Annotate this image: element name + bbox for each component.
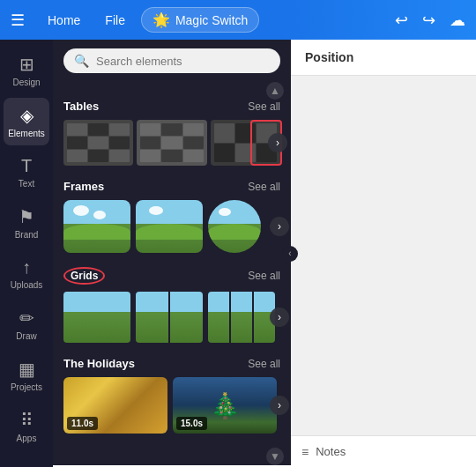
sidebar-label-design: Design (12, 78, 40, 87)
sidebar-item-draw[interactable]: ✏ Draw (4, 300, 49, 348)
tables-see-all[interactable]: See all (248, 100, 280, 113)
grid-cell-2b (170, 292, 203, 343)
position-title: Position (305, 50, 353, 64)
sidebar-label-draw: Draw (16, 331, 36, 341)
tables-header: Tables See all (63, 100, 280, 113)
file-nav-link[interactable]: File (96, 10, 134, 31)
scroll-indicator-top: ▲ (53, 82, 291, 100)
grids-see-all[interactable]: See all (248, 270, 280, 282)
scroll-down-button[interactable]: ▼ (266, 448, 284, 465)
frames-see-all[interactable]: See all (248, 181, 280, 193)
frames-section: Frames See all (63, 180, 280, 253)
sidebar-item-projects[interactable]: ▦ Projects (4, 352, 49, 399)
sidebar-item-text[interactable]: T Text (4, 149, 49, 196)
cloud-save-icon[interactable]: ☁ (450, 11, 465, 30)
frame-thumb-2[interactable] (136, 200, 203, 253)
elements-panel-wrapper: 🔍 ▲ Tables See all (53, 40, 291, 467)
frames-grid: › (63, 200, 280, 253)
frame-landscape-2 (136, 200, 203, 253)
tables-grid: › (63, 120, 280, 166)
uploads-icon: ↑ (22, 257, 31, 278)
table-thumb-2[interactable] (137, 120, 206, 166)
holiday-duration-2: 15.0s (176, 417, 207, 430)
grid-thumb-3[interactable] (208, 292, 275, 343)
grids-title-wrap: Grids (63, 267, 105, 285)
grid-thumb-1[interactable] (63, 292, 130, 343)
sidebar-item-design[interactable]: ⊞ Design (4, 47, 49, 94)
scroll-indicator-bottom: ▼ (53, 448, 291, 465)
frame-thumb-1[interactable] (63, 200, 130, 253)
sidebar-item-uploads[interactable]: ↑ Uploads (4, 250, 49, 297)
position-header: Position (291, 40, 476, 76)
redo-icon[interactable]: ↪ (422, 11, 435, 30)
tables-title: Tables (63, 100, 99, 113)
notes-footer: ≡ Notes (291, 435, 476, 467)
right-panel: Position ≡ Notes (291, 40, 476, 467)
elements-icon: ◈ (20, 105, 33, 126)
grid-cell-3b (231, 292, 252, 343)
cloud-2 (93, 211, 106, 219)
holidays-title: The Holidays (63, 357, 135, 370)
magic-switch-icon: 🌟 (152, 11, 170, 28)
grid-cell-2a (136, 292, 168, 343)
holidays-section: The Holidays See all 11.0s 🎄 15.0s (63, 357, 280, 434)
holiday-thumb-2[interactable]: 🎄 15.0s (173, 377, 277, 434)
people-silhouette: 🎄 (210, 391, 241, 420)
scroll-up-button[interactable]: ▲ (266, 82, 284, 100)
notes-label[interactable]: Notes (316, 445, 346, 458)
nav-actions: ↩ ↪ ☁ (395, 11, 465, 30)
undo-icon[interactable]: ↩ (395, 11, 408, 30)
sidebar-label-projects: Projects (11, 382, 42, 392)
search-icon: 🔍 (74, 54, 89, 68)
search-input[interactable] (96, 55, 270, 68)
cloud-3 (149, 206, 163, 215)
frame-thumb-circle[interactable] (208, 200, 261, 253)
grids-badge: Grids (63, 267, 105, 285)
grids-scroll-right-button[interactable]: › (270, 308, 289, 327)
grid-cell-3a (208, 292, 229, 343)
grids-grid: › (63, 292, 280, 343)
projects-icon: ▦ (19, 359, 35, 380)
sidebar-icons: ⊞ Design ◈ Elements T Text ⚑ Brand ↑ Upl… (0, 40, 53, 467)
grid-thumb-2[interactable] (136, 292, 203, 343)
holidays-see-all[interactable]: See all (248, 358, 280, 370)
sidebar-label-elements: Elements (8, 129, 45, 138)
brand-icon: ⚑ (19, 206, 34, 227)
holidays-grid: 11.0s 🎄 15.0s › (63, 377, 280, 434)
hamburger-menu-icon[interactable]: ☰ (11, 11, 25, 30)
frames-header: Frames See all (63, 180, 280, 193)
frames-scroll-right-button[interactable]: › (270, 217, 289, 236)
search-bar: 🔍 (53, 40, 291, 82)
main-layout: ⊞ Design ◈ Elements T Text ⚑ Brand ↑ Upl… (0, 40, 476, 467)
home-nav-link[interactable]: Home (39, 10, 89, 31)
sidebar-item-apps[interactable]: ⠿ Apps (4, 403, 49, 450)
magic-switch-button[interactable]: 🌟 Magic Switch (141, 7, 259, 33)
top-navigation: ☰ Home File 🌟 Magic Switch ↩ ↪ ☁ (0, 0, 476, 40)
sidebar-item-elements[interactable]: ◈ Elements (4, 98, 49, 145)
sidebar-label-apps: Apps (17, 434, 37, 443)
cloud-4 (219, 208, 231, 216)
grid-cell-1 (63, 292, 130, 343)
holidays-scroll-right-button[interactable]: › (270, 396, 289, 415)
tables-scroll-right-button[interactable]: › (268, 133, 287, 152)
sidebar-label-brand: Brand (15, 230, 39, 240)
grids-header: Grids See all (63, 267, 280, 285)
holidays-header: The Holidays See all (63, 357, 280, 370)
frame-landscape-circle (208, 200, 261, 253)
grids-section: Grids See all (63, 267, 280, 343)
sidebar-item-brand[interactable]: ⚑ Brand (4, 199, 49, 247)
sidebar-label-text: Text (19, 179, 34, 189)
holiday-thumb-1[interactable]: 11.0s (63, 377, 167, 434)
panel-content: Tables See all (53, 100, 291, 448)
search-input-wrap[interactable]: 🔍 (63, 48, 280, 73)
panel-collapse-handle[interactable]: ‹ (282, 246, 298, 262)
position-body (291, 76, 476, 435)
tables-section: Tables See all (63, 100, 280, 166)
frames-title: Frames (63, 180, 104, 193)
notes-icon: ≡ (301, 445, 309, 459)
text-icon: T (21, 156, 32, 176)
table-thumb-1[interactable] (63, 120, 133, 166)
elements-panel: 🔍 ▲ Tables See all (53, 40, 291, 465)
magic-switch-label: Magic Switch (175, 13, 248, 27)
apps-icon: ⠿ (20, 410, 33, 431)
